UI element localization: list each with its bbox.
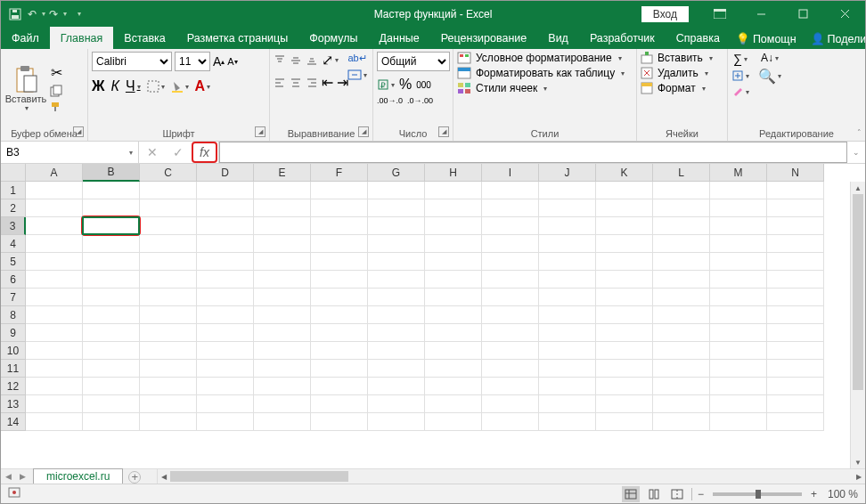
- cell[interactable]: [653, 217, 710, 235]
- clipboard-launcher-icon[interactable]: ◢: [73, 126, 84, 137]
- cell[interactable]: [254, 217, 311, 235]
- cell[interactable]: [368, 324, 425, 342]
- cell[interactable]: [197, 306, 254, 324]
- cell[interactable]: [596, 199, 653, 217]
- cell[interactable]: [596, 342, 653, 360]
- font-color-icon[interactable]: A▾: [195, 78, 211, 94]
- cell[interactable]: [767, 271, 824, 289]
- cell[interactable]: [254, 306, 311, 324]
- align-bottom-icon[interactable]: [306, 52, 318, 69]
- tab-review[interactable]: Рецензирование: [430, 27, 538, 49]
- cell[interactable]: [767, 182, 824, 199]
- cell[interactable]: [710, 378, 767, 395]
- cell[interactable]: [482, 253, 539, 271]
- row-header[interactable]: 1: [1, 182, 26, 199]
- cell[interactable]: [197, 217, 254, 235]
- cell[interactable]: [368, 342, 425, 360]
- cell[interactable]: [140, 235, 197, 253]
- cell[interactable]: [197, 324, 254, 342]
- row-header[interactable]: 6: [1, 271, 26, 289]
- cell[interactable]: [539, 395, 596, 413]
- cell[interactable]: [482, 395, 539, 413]
- sheet-nav-prev-icon[interactable]: ◀: [1, 469, 15, 484]
- align-center-icon[interactable]: [290, 74, 302, 91]
- cell[interactable]: [539, 306, 596, 324]
- cell[interactable]: [311, 217, 368, 235]
- cell[interactable]: [140, 395, 197, 413]
- scroll-left-icon[interactable]: ◀: [158, 469, 170, 484]
- cell[interactable]: [197, 182, 254, 199]
- cell[interactable]: [539, 199, 596, 217]
- scroll-down-icon[interactable]: ▼: [851, 456, 865, 468]
- column-header[interactable]: C: [140, 164, 197, 182]
- cell[interactable]: [653, 253, 710, 271]
- cell[interactable]: [482, 289, 539, 306]
- cell[interactable]: [254, 289, 311, 306]
- cell[interactable]: [482, 342, 539, 360]
- comma-icon[interactable]: 000: [416, 77, 431, 93]
- align-left-icon[interactable]: [274, 74, 286, 91]
- cell[interactable]: [140, 289, 197, 306]
- cell[interactable]: [368, 413, 425, 431]
- cell[interactable]: [539, 413, 596, 431]
- zoom-in-button[interactable]: +: [811, 488, 817, 500]
- login-button[interactable]: Вход: [641, 6, 689, 22]
- cell[interactable]: [425, 199, 482, 217]
- cell[interactable]: [539, 342, 596, 360]
- column-header[interactable]: A: [26, 164, 83, 182]
- add-sheet-icon[interactable]: +: [128, 471, 141, 484]
- column-header[interactable]: I: [482, 164, 539, 182]
- cell[interactable]: [368, 182, 425, 199]
- cell[interactable]: [425, 306, 482, 324]
- cell[interactable]: [482, 324, 539, 342]
- cell[interactable]: [26, 360, 83, 378]
- cell[interactable]: [539, 271, 596, 289]
- cell[interactable]: [596, 217, 653, 235]
- tab-data[interactable]: Данные: [369, 27, 430, 49]
- font-name-select[interactable]: Calibri: [92, 52, 172, 71]
- cancel-formula-icon[interactable]: ✕: [139, 142, 165, 163]
- cell[interactable]: [26, 413, 83, 431]
- collapse-ribbon-icon[interactable]: ˄: [857, 128, 862, 137]
- zoom-out-button[interactable]: −: [698, 488, 704, 500]
- cell[interactable]: [197, 289, 254, 306]
- tab-file[interactable]: Файл: [1, 27, 50, 49]
- cell[interactable]: [311, 235, 368, 253]
- cell[interactable]: [368, 306, 425, 324]
- column-header[interactable]: N: [767, 164, 824, 182]
- sheet-nav-next-icon[interactable]: ▶: [15, 469, 29, 484]
- formula-input[interactable]: [219, 142, 847, 163]
- row-header[interactable]: 13: [1, 395, 26, 413]
- cell[interactable]: [482, 182, 539, 199]
- cell[interactable]: [140, 253, 197, 271]
- cell[interactable]: [254, 199, 311, 217]
- cell[interactable]: [653, 199, 710, 217]
- cell[interactable]: [140, 217, 197, 235]
- cell[interactable]: [596, 253, 653, 271]
- cell[interactable]: [653, 182, 710, 199]
- namebox-dropdown-icon[interactable]: ▾: [129, 149, 133, 157]
- cell[interactable]: [368, 289, 425, 306]
- cell[interactable]: [311, 271, 368, 289]
- cell[interactable]: [197, 342, 254, 360]
- cell[interactable]: [482, 360, 539, 378]
- cell[interactable]: [254, 360, 311, 378]
- sheet-tab[interactable]: microexcel.ru: [33, 468, 123, 484]
- horizontal-scrollbar[interactable]: ◀ ▶: [157, 469, 865, 484]
- row-header[interactable]: 11: [1, 360, 26, 378]
- row-header[interactable]: 2: [1, 199, 26, 217]
- cell[interactable]: [83, 199, 140, 217]
- cell[interactable]: [140, 182, 197, 199]
- cell[interactable]: [539, 182, 596, 199]
- cell[interactable]: [368, 360, 425, 378]
- cell[interactable]: [710, 253, 767, 271]
- tab-insert[interactable]: Вставка: [113, 27, 176, 49]
- cell[interactable]: [140, 324, 197, 342]
- cell[interactable]: [425, 271, 482, 289]
- close-icon[interactable]: [825, 1, 865, 27]
- cell[interactable]: [767, 378, 824, 395]
- cell[interactable]: [311, 413, 368, 431]
- cell[interactable]: [254, 182, 311, 199]
- cell[interactable]: [425, 342, 482, 360]
- cell[interactable]: [311, 342, 368, 360]
